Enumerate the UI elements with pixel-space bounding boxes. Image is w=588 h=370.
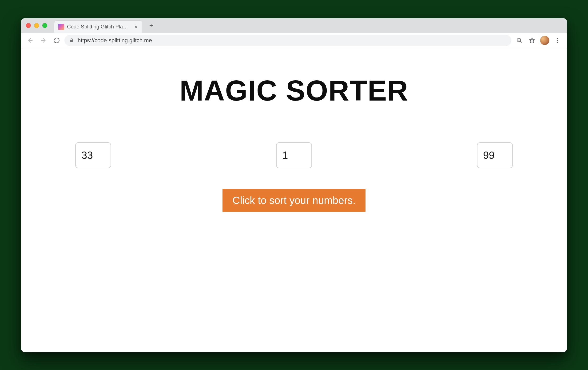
bookmark-button[interactable] — [526, 35, 538, 46]
page-content: MAGIC SORTER Click to sort your numbers. — [21, 48, 567, 352]
forward-button[interactable] — [38, 35, 49, 46]
menu-button[interactable] — [552, 35, 563, 46]
window-controls — [26, 23, 47, 28]
toolbar: https://code-splitting.glitch.me — [21, 33, 567, 48]
profile-avatar[interactable] — [540, 36, 549, 45]
star-icon — [529, 37, 535, 44]
zoom-icon — [516, 37, 523, 44]
number-input-1[interactable] — [75, 142, 111, 168]
kebab-icon — [554, 37, 561, 44]
number-input-2[interactable] — [276, 142, 312, 168]
new-tab-button[interactable] — [147, 21, 156, 30]
page-title: MAGIC SORTER — [180, 74, 409, 107]
address-bar[interactable]: https://code-splitting.glitch.me — [64, 35, 511, 46]
sort-button[interactable]: Click to sort your numbers. — [222, 189, 365, 212]
browser-window: Code Splitting Glitch Playgroun × https:… — [21, 18, 567, 352]
zoom-button[interactable] — [514, 35, 525, 46]
minimize-window-button[interactable] — [34, 23, 39, 28]
tab-title: Code Splitting Glitch Playgroun — [67, 24, 131, 30]
svg-point-2 — [557, 40, 558, 41]
reload-icon — [53, 37, 60, 44]
lock-icon — [69, 38, 74, 43]
number-inputs-row — [75, 142, 513, 168]
url-text: https://code-splitting.glitch.me — [78, 37, 152, 44]
arrow-left-icon — [27, 37, 34, 44]
svg-point-3 — [557, 42, 558, 43]
toolbar-right — [514, 35, 563, 46]
svg-point-1 — [557, 38, 558, 39]
tab-strip: Code Splitting Glitch Playgroun × — [21, 18, 567, 33]
close-window-button[interactable] — [26, 23, 31, 28]
arrow-right-icon — [40, 37, 47, 44]
back-button[interactable] — [25, 35, 36, 46]
close-tab-button[interactable]: × — [133, 24, 138, 30]
plus-icon — [148, 23, 154, 29]
browser-tab[interactable]: Code Splitting Glitch Playgroun × — [54, 21, 142, 33]
favicon-icon — [58, 24, 64, 30]
number-input-3[interactable] — [477, 142, 513, 168]
reload-button[interactable] — [51, 35, 62, 46]
fullscreen-window-button[interactable] — [42, 23, 47, 28]
